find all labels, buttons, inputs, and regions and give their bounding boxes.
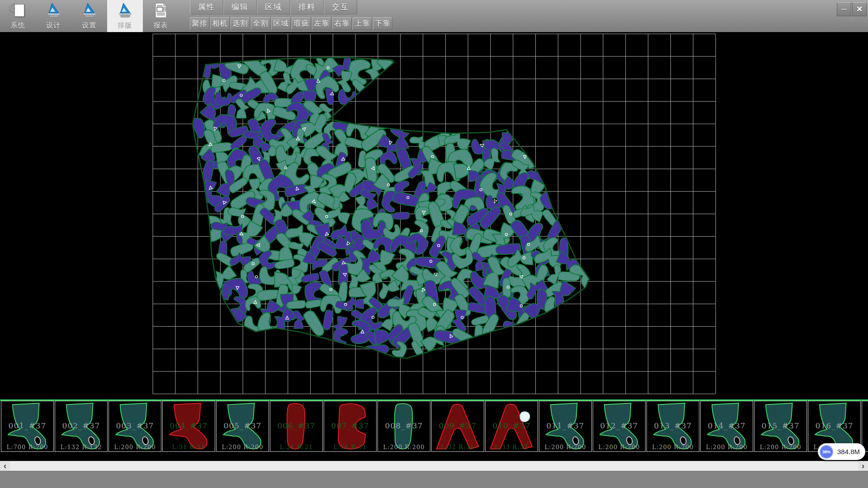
thumbnail-piece-shape [217, 402, 268, 451]
menu-tab-region[interactable]: 区域 [257, 0, 290, 14]
minimize-button[interactable]: ─ [837, 2, 851, 16]
thumbnail-piece-shape [164, 402, 214, 451]
scroll-left-arrow-icon[interactable]: ‹ [0, 461, 10, 471]
toolbar-button-design[interactable]: 设计 [36, 0, 71, 32]
menu-tab-edit[interactable]: 编辑 [223, 0, 257, 14]
thumbnail-piece-shape [2, 402, 52, 451]
action-button-cut-all[interactable]: 全割 [251, 17, 270, 30]
strip-gap [0, 453, 868, 461]
nesting-canvas[interactable] [0, 32, 868, 399]
action-button-select-cut[interactable]: 选割 [231, 17, 250, 30]
thumbnail-piece-shape [271, 402, 321, 451]
piece-thumbnail-strip: 001_#37L:700 R:700002_#37L:132 R:132003_… [0, 401, 868, 453]
menu-tab-row: 属性编辑区域排料交互 [190, 0, 393, 15]
window-controls: ─ ✕ [837, 2, 867, 16]
thumbnail-003_#37[interactable]: 003_#37L:200 R:200 [108, 401, 161, 452]
set-square-icon [45, 2, 62, 19]
menu-area: 属性编辑区域排料交互 聚排相机选割全割区域瑕疵左靠右靠上靠下靠 [190, 0, 393, 32]
thumbnail-012_#37[interactable]: 012_#37L:200 R:200 [593, 401, 646, 452]
thumbnail-piece-shape [648, 402, 698, 451]
action-button-cluster-nest[interactable]: 聚排 [190, 17, 209, 30]
thumbnail-017_#37[interactable]: 017_#37L:200 R:200 [862, 401, 868, 452]
thumbnail-001_#37[interactable]: 001_#37L:700 R:700 [1, 401, 54, 452]
menu-tab-nest[interactable]: 排料 [290, 0, 324, 14]
toolbar-button-label: 系统 [11, 21, 25, 30]
thumbnail-006_#37[interactable]: 006_#37L:21 R:21 [270, 401, 323, 452]
main-button-group: ⚙系统设计设置排版报表 [0, 0, 179, 32]
scroll-right-arrow-icon[interactable]: › [858, 461, 868, 471]
toolbar-button-system[interactable]: ⚙系统 [0, 0, 36, 32]
horizontal-scrollbar[interactable]: ‹ › [0, 461, 868, 471]
thumbnail-009_#37[interactable]: 009_#37L:32 R:31 [431, 401, 484, 452]
thumbnail-piece-shape [486, 402, 537, 451]
download-progress-circle-icon: 38% [820, 445, 833, 459]
action-button-align-bottom[interactable]: 下靠 [373, 17, 392, 30]
thumbnail-007_#37[interactable]: 007_#37L:31 R:31 [324, 401, 377, 452]
nested-piece[interactable] [345, 119, 370, 140]
status-bar [0, 471, 868, 488]
thumbnail-015_#37[interactable]: 015_#37L:200 R:200 [754, 401, 807, 452]
nested-piece[interactable] [392, 211, 410, 220]
thumbnail-010_#37[interactable]: 010_#37L:33 R:33 [485, 401, 538, 452]
canvas-svg [0, 32, 868, 399]
set-square-icon [81, 2, 98, 19]
download-size-label: 384.8M [837, 448, 860, 455]
thumbnail-piece-shape [110, 402, 160, 451]
thumbnail-piece-shape [540, 402, 590, 451]
thumbnail-011_#37[interactable]: 011_#37L:200 R:200 [539, 401, 592, 452]
action-button-align-top[interactable]: 上靠 [353, 17, 372, 30]
thumbnail-013_#37[interactable]: 013_#37L:200 R:200 [646, 401, 699, 452]
application-window: ⚙系统设计设置排版报表 属性编辑区域排料交互 聚排相机选割全割区域瑕疵左靠右靠上… [0, 0, 868, 488]
nested-piece[interactable] [501, 277, 511, 297]
close-button[interactable]: ✕ [852, 2, 867, 16]
nested-piece[interactable] [215, 92, 231, 106]
notepad-icon [14, 4, 24, 17]
toolbar-button-label: 报表 [154, 21, 168, 30]
menu-tab-properties[interactable]: 属性 [190, 0, 223, 14]
thumbnail-piece-shape [379, 402, 429, 451]
thumbnail-008_#37[interactable]: 008_#37L:200 R:200 [377, 401, 430, 452]
download-percent: 38% [822, 450, 830, 454]
thumbnail-piece-shape [702, 402, 752, 451]
thumbnail-piece-shape [755, 402, 806, 451]
action-button-area[interactable]: 区域 [271, 17, 291, 30]
thumbnail-piece-shape [863, 402, 868, 451]
action-button-row: 聚排相机选割全割区域瑕疵左靠右靠上靠下靠 [190, 15, 393, 32]
menu-tab-interaction[interactable]: 交互 [324, 0, 357, 14]
main-toolbar: ⚙系统设计设置排版报表 属性编辑区域排料交互 聚排相机选割全割区域瑕疵左靠右靠上… [0, 0, 868, 33]
toolbar-button-label: 设置 [82, 21, 97, 30]
action-button-align-right[interactable]: 右靠 [332, 17, 352, 30]
thumbnail-piece-shape [325, 402, 375, 451]
thumbnail-002_#37[interactable]: 002_#37L:132 R:132 [55, 401, 108, 452]
nested-piece[interactable] [323, 310, 334, 330]
action-button-defect[interactable]: 瑕疵 [292, 17, 311, 30]
nested-pieces-layer [181, 52, 600, 359]
action-button-camera[interactable]: 相机 [210, 17, 230, 30]
nested-piece[interactable] [474, 325, 483, 343]
nested-piece[interactable] [344, 296, 364, 310]
thumbnail-piece-shape [56, 402, 106, 451]
toolbar-button-report[interactable]: 报表 [143, 0, 179, 32]
toolbar-button-nesting[interactable]: 排版 [107, 0, 143, 32]
thumbnail-piece-shape [594, 402, 644, 451]
toolbar-button-label: 排版 [118, 21, 132, 30]
report-document-icon [152, 2, 170, 19]
toolbar-button-label: 设计 [47, 21, 61, 30]
thumbnail-004_#37[interactable]: 004_#37L:31 R:31 [162, 401, 215, 452]
thumbnail-005_#37[interactable]: 005_#37L:200 R:200 [216, 401, 269, 452]
download-progress-badge[interactable]: 38% 384.8M [818, 443, 865, 460]
toolbar-button-settings[interactable]: 设置 [71, 0, 107, 32]
action-button-align-left[interactable]: 左靠 [312, 17, 331, 30]
set-square-icon [117, 2, 134, 19]
thumbnail-014_#37[interactable]: 014_#37L:200 R:200 [700, 401, 753, 452]
thumbnail-piece-shape [433, 402, 483, 451]
